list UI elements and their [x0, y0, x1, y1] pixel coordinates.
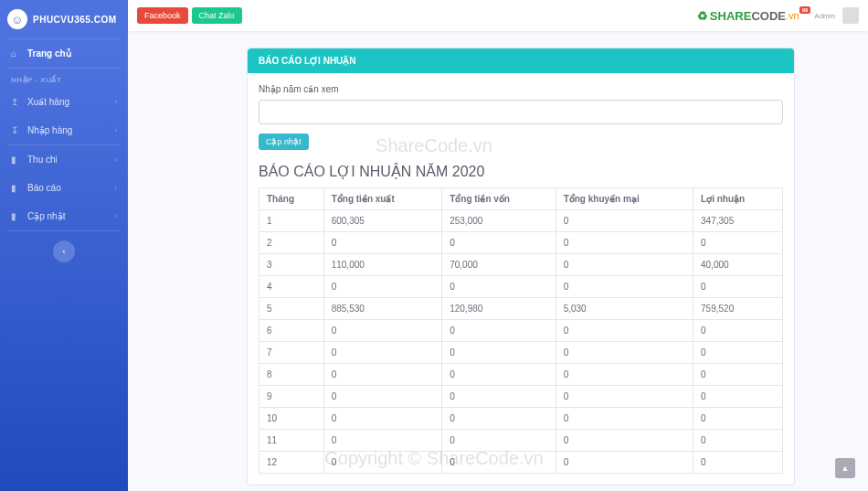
table-cell: 0: [693, 232, 783, 254]
brand[interactable]: ☺ PHUCVU365.COM: [0, 0, 128, 38]
sidebar-item-label: Trang chủ: [27, 48, 71, 59]
table-header-cell: Tháng: [259, 188, 324, 210]
table-cell: 0: [442, 430, 556, 452]
scroll-top-button[interactable]: ▲: [835, 458, 855, 478]
table-cell: 40,000: [693, 254, 783, 276]
profit-table: ThángTổng tiền xuấtTổng tiền vốnTổng khu…: [259, 187, 783, 474]
table-cell: 0: [556, 320, 693, 342]
chevron-right-icon: ›: [114, 155, 117, 164]
table-cell: 3: [259, 254, 324, 276]
sidebar-item-nhaphang[interactable]: ↧ Nhập hàng ›: [0, 116, 128, 144]
table-header-cell: Tổng tiền vốn: [442, 188, 556, 210]
table-cell: 4: [259, 276, 324, 298]
table-cell: 7: [259, 342, 324, 364]
table-cell: 120,980: [442, 298, 556, 320]
year-input[interactable]: [259, 100, 783, 124]
table-cell: 0: [556, 430, 693, 452]
sidebar-item-label: Nhập hàng: [27, 125, 72, 135]
table-cell: 0: [693, 364, 783, 386]
table-cell: 885,530: [323, 298, 442, 320]
chevron-right-icon: ›: [114, 184, 117, 192]
table-cell: 0: [323, 452, 442, 474]
table-cell: 0: [693, 430, 783, 452]
chatzalo-button[interactable]: Chat Zalo: [192, 7, 242, 24]
user-name: Admin: [814, 12, 835, 20]
table-cell: 0: [693, 452, 783, 474]
table-cell: 8: [259, 364, 324, 386]
notification-badge: 99: [799, 6, 811, 14]
table-cell: 0: [323, 342, 442, 364]
sidebar-item-label: Cập nhật: [27, 211, 65, 221]
table-cell: 759,520: [693, 298, 783, 320]
table-cell: 0: [323, 364, 442, 386]
table-cell: 0: [442, 364, 556, 386]
table-cell: 0: [693, 276, 783, 298]
table-cell: 110,000: [323, 254, 442, 276]
sidebar-item-xuathang[interactable]: ↥ Xuất hàng ›: [0, 88, 128, 116]
card-header: BÁO CÁO LỢI NHUẬN: [248, 48, 794, 73]
table-row: 100000: [259, 408, 783, 430]
facebook-button[interactable]: Facebook: [137, 7, 188, 24]
table-cell: 0: [442, 342, 556, 364]
table-row: 70000: [259, 342, 783, 364]
table-cell: 0: [442, 276, 556, 298]
table-row: 3110,00070,000040,000: [259, 254, 783, 276]
sidebar-item-label: Xuất hàng: [27, 97, 69, 107]
table-cell: 0: [693, 408, 783, 430]
table-cell: 600,305: [323, 210, 442, 232]
topbar: Facebook Chat Zalo ♻ SHARECODE.vn 99 Adm…: [128, 0, 868, 31]
sidebar-item-thuchi[interactable]: ▮ Thu chi ›: [0, 145, 128, 174]
sidebar-item-label: Thu chi: [27, 155, 58, 165]
table-cell: 0: [556, 386, 693, 408]
table-cell: 0: [556, 254, 693, 276]
sidebar-heading: NHẬP - XUẤT: [0, 69, 128, 88]
report-title: BÁO CÁO LỢI NHUẬN NĂM 2020: [259, 163, 783, 180]
table-cell: 253,000: [442, 210, 556, 232]
dashboard-icon: ⌂: [11, 48, 22, 59]
table-cell: 0: [323, 408, 442, 430]
table-row: 110000: [259, 430, 783, 452]
table-cell: 0: [442, 232, 556, 254]
table-cell: 70,000: [442, 254, 556, 276]
sharecode-logo: ♻ SHARECODE.vn 99: [697, 9, 810, 23]
sidebar-item-label: Báo cáo: [27, 183, 61, 193]
table-cell: 0: [556, 342, 693, 364]
content: BÁO CÁO LỢI NHUẬN Nhập năm cần xem Cập n…: [128, 31, 868, 491]
chevron-left-icon: ‹: [63, 247, 66, 256]
brand-icon: ☺: [7, 9, 27, 29]
table-cell: 2: [259, 232, 324, 254]
table-row: 60000: [259, 320, 783, 342]
table-cell: 0: [556, 408, 693, 430]
table-cell: 1: [259, 210, 324, 232]
table-cell: 10: [259, 408, 324, 430]
sidebar: ☺ PHUCVU365.COM ⌂ Trang chủ NHẬP - XUẤT …: [0, 0, 128, 491]
table-header-row: ThángTổng tiền xuấtTổng tiền vốnTổng khu…: [259, 188, 783, 210]
main: Facebook Chat Zalo ♻ SHARECODE.vn 99 Adm…: [128, 0, 868, 491]
sidebar-item-capnhat[interactable]: ▮ Cập nhật ›: [0, 202, 128, 230]
table-cell: 12: [259, 452, 324, 474]
table-header-cell: Tổng tiền xuất: [323, 188, 442, 210]
table-cell: 0: [442, 320, 556, 342]
update-button[interactable]: Cập nhật: [259, 133, 309, 150]
folder-icon: ▮: [11, 183, 22, 193]
table-cell: 0: [323, 386, 442, 408]
table-cell: 0: [693, 342, 783, 364]
table-row: 40000: [259, 276, 783, 298]
table-cell: 0: [323, 320, 442, 342]
avatar[interactable]: [842, 7, 859, 24]
table-cell: 347,305: [693, 210, 783, 232]
sidebar-toggle[interactable]: ‹: [53, 240, 75, 262]
table-cell: 5,030: [556, 298, 693, 320]
table-row: 1600,305253,0000347,305: [259, 210, 783, 232]
table-cell: 0: [693, 320, 783, 342]
table-header-cell: Lợi nhuận: [693, 188, 783, 210]
report-card: BÁO CÁO LỢI NHUẬN Nhập năm cần xem Cập n…: [247, 48, 795, 486]
chevron-right-icon: ›: [114, 126, 117, 134]
sidebar-item-home[interactable]: ⌂ Trang chủ: [0, 39, 128, 68]
table-row: 20000: [259, 232, 783, 254]
folder-icon: ▮: [11, 155, 22, 165]
sidebar-item-baocao[interactable]: ▮ Báo cáo ›: [0, 174, 128, 202]
table-cell: 6: [259, 320, 324, 342]
table-cell: 0: [556, 210, 693, 232]
chevron-right-icon: ›: [114, 98, 117, 106]
